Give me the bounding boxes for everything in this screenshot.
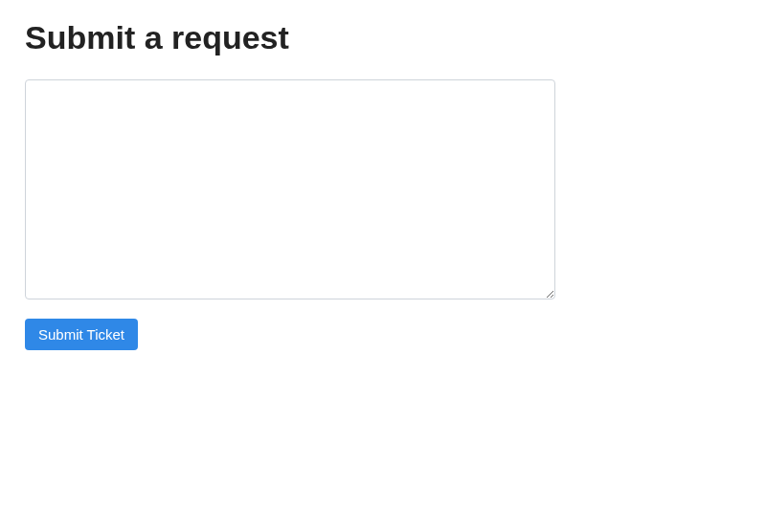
submit-ticket-button[interactable]: Submit Ticket [25, 319, 138, 350]
request-textarea[interactable] [25, 79, 555, 299]
page-title: Submit a request [25, 19, 741, 56]
